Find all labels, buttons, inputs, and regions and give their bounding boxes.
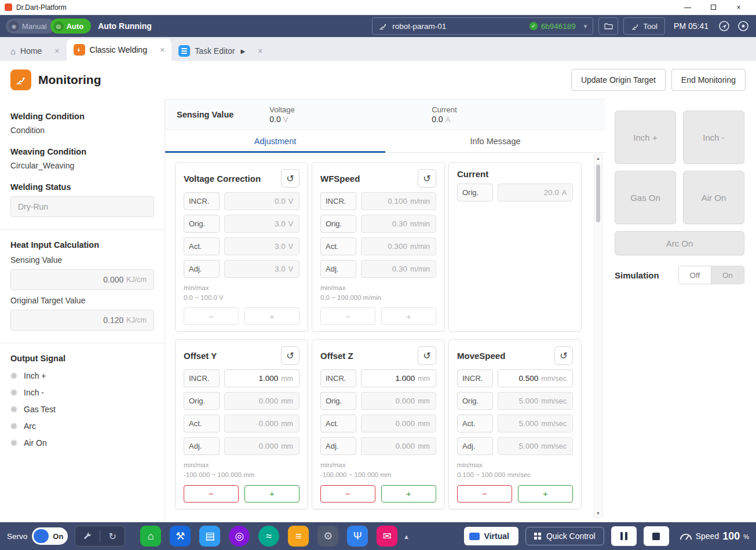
scroll-down-arrow[interactable]: ▼ [594, 511, 602, 515]
robot-param-name: robot-param-01 [392, 22, 446, 31]
maximize-button[interactable] [700, 0, 726, 14]
original-target-label: Original Target Value [10, 296, 154, 305]
window-title: Dr.Dart-Platform [16, 3, 67, 12]
close-icon[interactable]: × [258, 46, 262, 56]
stop-button[interactable] [644, 526, 669, 546]
quick-control-button[interactable]: Quick Control [525, 527, 604, 545]
close-button[interactable]: × [726, 0, 751, 14]
decrement-button[interactable]: − [184, 307, 239, 325]
orig-field: 20.0A [498, 184, 573, 201]
pause-button[interactable] [611, 526, 637, 546]
close-icon[interactable]: × [54, 46, 59, 56]
decrement-button[interactable]: − [320, 307, 375, 325]
message-app-icon[interactable]: ✉ [377, 526, 397, 547]
field-label: Adj. [184, 260, 220, 278]
scroll-up-arrow[interactable]: ▲ [594, 156, 602, 160]
auto-mode-button[interactable]: ◎ Auto [50, 19, 92, 34]
field-label: INCR. [320, 369, 356, 387]
target-app-icon[interactable]: ◎ [229, 526, 250, 547]
incr-input[interactable]: 0.500mm/sec [498, 369, 573, 387]
reset-button[interactable]: ↺ [281, 346, 300, 365]
manual-mode-button[interactable]: ◉ Manual [6, 19, 55, 34]
pointer-circle-icon[interactable] [717, 19, 731, 33]
increment-button[interactable]: + [518, 485, 573, 503]
inch-plus-button[interactable]: Inch + [615, 111, 676, 164]
sensing-value-field: 0.000KJ/cm [10, 269, 154, 290]
reset-icon: ↺ [423, 350, 430, 361]
incr-input[interactable]: 1.000mm [224, 369, 300, 387]
scrollbar-thumb[interactable] [596, 164, 600, 222]
gear-app-icon[interactable]: ⚙ [317, 526, 338, 547]
decrement-button[interactable]: − [184, 485, 239, 503]
field-label: Adj. [457, 437, 493, 455]
increment-button[interactable]: + [381, 485, 436, 503]
increment-button[interactable]: + [381, 307, 436, 325]
reset-icon: ↺ [286, 173, 294, 184]
current-readout: Current 0.0A [432, 105, 594, 124]
virtual-mode-button[interactable]: Virtual [464, 527, 518, 545]
tab-task-editor[interactable]: Task Editor ▶ × [171, 41, 269, 61]
grid-icon [534, 533, 541, 540]
increment-button[interactable]: + [244, 307, 300, 325]
folder-icon [604, 21, 613, 31]
auto-label: Auto [67, 22, 84, 31]
end-monitoring-button[interactable]: End Monitoring [671, 69, 746, 91]
air-on-button[interactable]: Air On [683, 171, 744, 224]
open-folder-button[interactable] [598, 17, 618, 35]
signal-indicator [10, 372, 17, 379]
antenna-app-icon[interactable]: Ψ [347, 526, 368, 547]
sensing-value-header: Sensing Value Voltage 0.0V Current 0.0A [165, 99, 605, 130]
arc-on-button[interactable]: Arc On [615, 231, 744, 255]
virtual-label: Virtual [484, 531, 509, 541]
tab-home[interactable]: ⌂ Home × [3, 41, 67, 61]
signal-indicator [10, 406, 17, 413]
chevron-up-icon[interactable]: ▴ [404, 532, 408, 541]
tab-info-message[interactable]: Info Message [385, 130, 605, 152]
tab-classic-welding[interactable]: Classic Welding × [67, 39, 172, 61]
field-label: INCR. [184, 192, 220, 210]
card-wfspeed: WFSpeed ↺ INCR. 0.100m/min Orig. 0.30m/m… [312, 162, 445, 332]
orig-field: 0.000mm [361, 392, 436, 410]
weaving-condition-value: Circular_Weaving [10, 161, 154, 170]
orig-field: 0.30m/min [361, 215, 436, 233]
bottom-right-controls: Virtual Quick Control Speed 100 % [464, 526, 749, 546]
home-app-icon[interactable]: ⌂ [140, 526, 161, 547]
tool-button[interactable]: Tool [623, 17, 665, 35]
close-icon[interactable]: × [160, 45, 165, 54]
card-offset-y: Offset Y ↺ INCR. 1.000mm Orig. 0.000mm A… [175, 339, 308, 509]
tab-adjustment[interactable]: Adjustment [165, 130, 385, 152]
signal-label: Air On [24, 438, 47, 448]
speed-control[interactable]: Speed 100 % [680, 530, 749, 542]
document-app-icon[interactable]: ▤ [199, 526, 220, 547]
robot-tool-app-icon[interactable]: ⚒ [170, 526, 191, 547]
field-label: Act. [320, 415, 356, 432]
task-list-app-icon[interactable]: ≡ [288, 526, 309, 547]
decrement-button[interactable]: − [457, 485, 512, 503]
reset-button[interactable]: ↺ [554, 346, 573, 365]
servo-toggle[interactable]: On [32, 527, 68, 545]
dot-circle-icon[interactable] [736, 19, 750, 33]
orig-field: 0.000mm [224, 392, 300, 410]
gas-on-button[interactable]: Gas On [615, 171, 676, 224]
wave-monitor-app-icon[interactable]: ≈ [258, 526, 279, 547]
adj-field: 0.000mm [361, 437, 436, 455]
field-label: INCR. [320, 192, 356, 210]
decrement-button[interactable]: − [320, 485, 375, 503]
simulation-on-option[interactable]: On [711, 266, 744, 284]
simulation-off-option[interactable]: Off [679, 266, 711, 284]
update-origin-target-button[interactable]: Update Origin Target [571, 69, 666, 91]
reset-button[interactable]: ↺ [418, 169, 436, 188]
inch-minus-button[interactable]: Inch - [683, 111, 744, 164]
vertical-scrollbar[interactable]: ▲ ▼ [594, 154, 602, 518]
reset-button[interactable]: ↺ [281, 169, 300, 188]
wrench-button[interactable] [75, 526, 100, 546]
reset-button[interactable]: ↺ [418, 346, 436, 365]
incr-input[interactable]: 1.000mm [361, 369, 436, 387]
robot-param-selector[interactable]: robot-param-01 ✓ 6b946189 ▾ [372, 17, 593, 35]
increment-button[interactable]: + [244, 485, 300, 503]
field-label: Act. [184, 415, 220, 432]
incr-field: 0.0V [224, 192, 300, 210]
minimize-button[interactable]: — [675, 0, 700, 14]
clock: PM 05:41 [674, 21, 708, 31]
rotate-button[interactable]: ↻ [100, 526, 125, 546]
